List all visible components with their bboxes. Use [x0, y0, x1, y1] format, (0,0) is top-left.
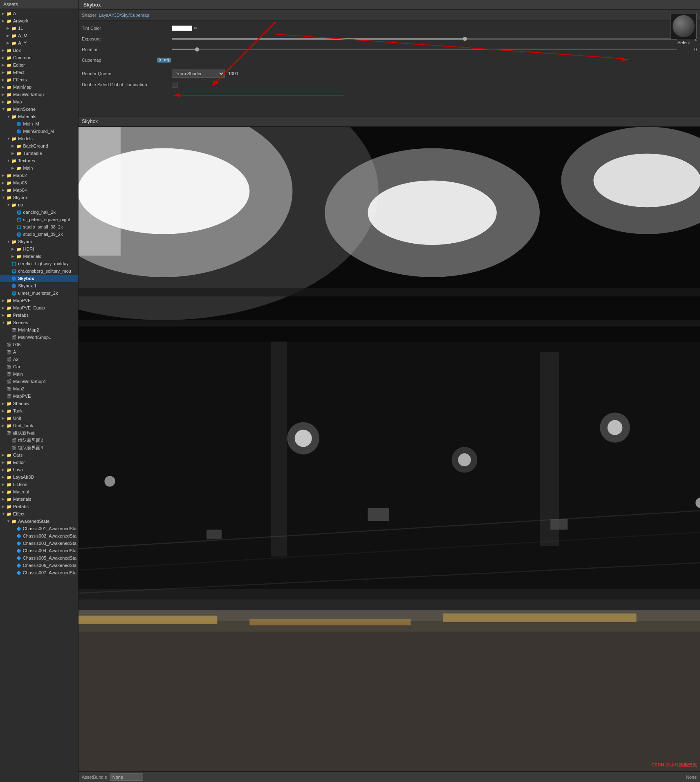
tree-item-zuduixm3[interactable]: 🎬组队新界面3: [0, 444, 78, 451]
tree-item-skyboxfolder[interactable]: ▼📁Skybox: [0, 238, 78, 245]
tree-item-map04[interactable]: ▶📁Map04: [0, 186, 78, 194]
assets-tree[interactable]: ▶📁A▶📁Artwork ▶📁11 ▶📁A_M ▶📁A_Y▶📁Box▶📁Comm…: [0, 9, 78, 782]
tree-item-chassis005[interactable]: 🔷Chassis005_AwakenedSta: [0, 554, 78, 562]
tree-item-mainground_m[interactable]: 🔵MainGround_M: [0, 128, 78, 135]
tree-item-shadow[interactable]: ▶📁Shadow: [0, 400, 78, 407]
tree-item-derelict_highway_midday[interactable]: 🌐derelict_highway_midday: [0, 260, 78, 267]
tree-arrow: ▼: [7, 114, 11, 119]
tree-item-map[interactable]: ▶📁Map: [0, 98, 78, 105]
tree-item-11[interactable]: ▶📁11: [0, 25, 78, 32]
tree-item-a_y[interactable]: ▶📁A_Y: [0, 39, 78, 47]
tree-item-no[interactable]: ▼📁no: [0, 201, 78, 208]
tree-item-background[interactable]: ▶📁BackGround: [0, 142, 78, 150]
tree-item-skybox_sel[interactable]: 🔵Skybox: [0, 275, 78, 282]
tree-item-prefabsf[interactable]: ▶📁Prefabs: [0, 503, 78, 510]
tree-label: MainGround_M: [23, 129, 54, 134]
folder-icon: 📁: [7, 107, 12, 112]
render-queue-select[interactable]: From Shader: [172, 69, 225, 78]
tree-item-materialsf[interactable]: ▶📁Materials: [0, 495, 78, 503]
exposure-slider[interactable]: [172, 38, 677, 40]
tree-item-map2[interactable]: 🎬Map2: [0, 385, 78, 392]
color-swatch[interactable]: [172, 25, 192, 31]
tree-item-mappvesc[interactable]: 🎬MapPVE: [0, 392, 78, 400]
tree-arrow: ▶: [2, 63, 7, 67]
tree-label: Skybox: [13, 195, 28, 200]
tree-item-textures[interactable]: ▼📁Textures: [0, 157, 78, 164]
tree-item-unit[interactable]: ▶📁Unit: [0, 415, 78, 422]
tree-item-a_m[interactable]: ▶📁A_M: [0, 32, 78, 39]
tree-item-common[interactable]: ▶📁Common: [0, 54, 78, 61]
tree-item-main_m[interactable]: 🔵Main_M: [0, 120, 78, 128]
tree-item-mainmap2[interactable]: 🎬MainMap2: [0, 326, 78, 334]
tree-item-skybox[interactable]: ▼📁Skybox: [0, 194, 78, 201]
tree-item-st_peters_square_night[interactable]: 🌐st_peters_square_night: [0, 216, 78, 223]
tree-item-cars[interactable]: ▶📁Cars: [0, 451, 78, 459]
tree-item-chassis003[interactable]: 🔷Chassis003_AwakenedSta: [0, 540, 78, 547]
tree-item-mappve_equip[interactable]: ▶📁MapPVE_Equip: [0, 304, 78, 311]
rotation-slider[interactable]: [172, 49, 677, 50]
tree-label: Effects: [13, 77, 27, 82]
tree-item-studio_small_08_2k[interactable]: 🌐studio_small_08_2k: [0, 223, 78, 231]
select-button[interactable]: Select: [678, 40, 690, 45]
tree-item-studio_small_09_2k[interactable]: 🌐studio_small_09_2k: [0, 231, 78, 238]
tree-item-effectf[interactable]: ▼📁Effect: [0, 510, 78, 518]
tree-item-box[interactable]: ▶📁Box: [0, 47, 78, 54]
tree-item-hdri[interactable]: ▶📁HDRI: [0, 245, 78, 253]
tree-item-chassis004[interactable]: 🔷Chassis004_AwakenedSta: [0, 547, 78, 554]
tree-item-drakensberg_solitary_mou[interactable]: 🌐drakensberg_solitary_mou: [0, 267, 78, 275]
tree-item-artwork[interactable]: ▶📁Artwork: [0, 17, 78, 25]
tree-item-mainworkshop[interactable]: ▶📁MainWorkShop: [0, 91, 78, 98]
tree-item-chassis001[interactable]: 🔷Chassis001_AwakenedSta: [0, 525, 78, 532]
scene-icon: 🎬: [11, 335, 17, 340]
tree-item-a[interactable]: ▶📁A: [0, 10, 78, 17]
tree-item-map02[interactable]: ▶📁Map02: [0, 172, 78, 179]
tree-item-awakenedstate[interactable]: ▼📁AwakenedState: [0, 518, 78, 525]
tree-item-chassis002[interactable]: 🔷Chassis002_AwakenedSta: [0, 532, 78, 540]
tree-item-laya[interactable]: ▶📁Laya: [0, 466, 78, 473]
tree-item-materials[interactable]: ▼📁Materials: [0, 113, 78, 120]
tree-item-materialf[interactable]: ▶📁Material: [0, 488, 78, 495]
tree-item-prefabs[interactable]: ▶📁Prefabs: [0, 311, 78, 319]
tree-item-mainworkshop1b[interactable]: 🎬MainWorkShop1: [0, 378, 78, 385]
tree-item-car[interactable]: 🎬Car: [0, 363, 78, 370]
tree-item-layaair3d[interactable]: ▶📁LayaAir3D: [0, 473, 78, 481]
tree-item-zuduixm1[interactable]: 🎬组队新界面: [0, 429, 78, 437]
tree-item-turntable[interactable]: ▶📁Turntable: [0, 150, 78, 157]
tree-item-editorf[interactable]: ▶📁Editor: [0, 459, 78, 466]
asset-bundle-input[interactable]: [110, 773, 143, 781]
folder-icon: 📁: [7, 482, 12, 487]
tree-item-editor[interactable]: ▶📁Editor: [0, 61, 78, 69]
tree-item-effects[interactable]: ▶📁Effects: [0, 76, 78, 83]
tree-item-zuduixm2[interactable]: 🎬组队新界面2: [0, 437, 78, 444]
tree-item-map03[interactable]: ▶📁Map03: [0, 179, 78, 186]
tree-item-scenes[interactable]: ▼📁Scenes: [0, 319, 78, 326]
tree-item-models[interactable]: ▼📁Models: [0, 135, 78, 142]
svg-rect-16: [79, 320, 700, 327]
tree-item-materialssky[interactable]: ▶📁Materials: [0, 253, 78, 260]
tree-item-mainmap[interactable]: ▶📁MainMap: [0, 83, 78, 91]
tree-item-mainworkshop1[interactable]: 🎬MainWorkShop1: [0, 334, 78, 341]
pencil-icon[interactable]: ✏: [194, 26, 197, 31]
tree-item-a2[interactable]: 🎬A2: [0, 356, 78, 363]
svg-point-12: [325, 148, 540, 277]
folder-icon: 📁: [11, 519, 17, 524]
tree-item-scenea[interactable]: 🎬A: [0, 348, 78, 356]
tree-item-skybox_1[interactable]: 🔵Skybox 1: [0, 282, 78, 289]
tree-item-mappve[interactable]: ▶📁MapPVE: [0, 297, 78, 304]
tree-arrow: [7, 262, 11, 266]
tree-item-ulmer_muenster_2k[interactable]: 🌐ulmer_muenster_2k: [0, 289, 78, 297]
tree-item-mainscene[interactable]: ▼📁MainScene: [0, 105, 78, 113]
tree-item-unit_tank[interactable]: ▶📁Unit_Tank: [0, 422, 78, 429]
tree-item-main[interactable]: 🎬Main: [0, 370, 78, 378]
tree-item-effect[interactable]: ▶📁Effect: [0, 69, 78, 76]
double-sided-checkbox[interactable]: [172, 82, 177, 87]
tree-item-tank[interactable]: ▶📁Tank: [0, 407, 78, 415]
tree-item-006[interactable]: 🎬006: [0, 341, 78, 348]
tree-item-chassis006[interactable]: 🔷Chassis006_AwakenedSta: [0, 562, 78, 569]
tree-item-chassis007[interactable]: 🔷Chassis007_AwakenedSta: [0, 569, 78, 576]
tree-item-main_tex[interactable]: ▶📁Main: [0, 164, 78, 172]
folder-icon: 📁: [7, 92, 12, 97]
tree-item-dancing_hall_2k[interactable]: 🌐dancing_hall_2k: [0, 208, 78, 216]
prefab-icon: 🔷: [16, 541, 22, 546]
tree-item-litjson[interactable]: ▶📁LitJson: [0, 481, 78, 488]
